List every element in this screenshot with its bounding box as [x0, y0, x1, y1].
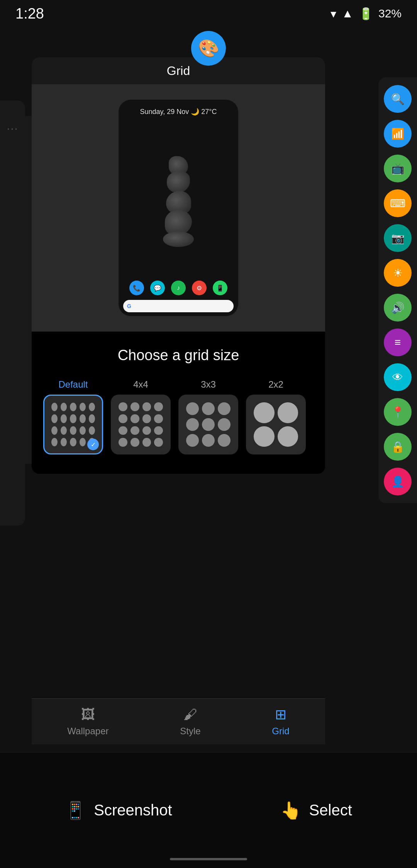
grid-dot	[61, 414, 67, 423]
grid-dot	[142, 402, 151, 411]
grid-dot	[131, 426, 139, 435]
grid-dot	[254, 426, 275, 447]
sidebar-icon-lock[interactable]: 🔒	[384, 433, 412, 461]
select-label: Select	[309, 802, 352, 819]
grid-dot	[154, 426, 163, 435]
phone-dock-icons: 📞 💬 ♪ ⚙ 📱	[119, 277, 238, 298]
grid-dot	[51, 438, 58, 446]
grid-dot	[142, 438, 151, 447]
screenshot-label: Screenshot	[94, 802, 172, 819]
grid-box-4x4[interactable]	[111, 395, 171, 454]
sidebar-icon-wifi[interactable]: 📶	[384, 120, 412, 148]
sculpture-piece-2	[167, 172, 190, 193]
sidebar-icon-location[interactable]: 📍	[384, 398, 412, 426]
bottom-taskbar: 📱 Screenshot 👆 Select	[0, 752, 417, 868]
grid-dot	[254, 402, 275, 423]
sidebar-icon-search[interactable]: 🔍	[384, 85, 412, 113]
sidebar-icon-screen[interactable]: 📺	[384, 155, 412, 182]
wallpaper-nav-icon: 🖼	[81, 706, 95, 723]
grid-dot	[89, 426, 95, 435]
grid-dot	[119, 426, 127, 435]
grid-dot	[70, 403, 76, 411]
grid-option-4x4-label: 4x4	[133, 379, 148, 390]
grid-dot	[80, 403, 86, 411]
battery-percent: 32%	[378, 7, 402, 20]
style-nav-icon: 🖌	[183, 706, 197, 723]
grid-dot	[202, 402, 215, 415]
screenshot-icon: 📱	[65, 800, 86, 820]
grid-dot	[70, 426, 76, 435]
grid-dot	[89, 403, 95, 411]
app-icon-container: 🎨	[191, 31, 226, 66]
sidebar-icon-user[interactable]: 👤	[384, 468, 412, 495]
grid-dot	[154, 438, 163, 447]
grid-dot	[51, 426, 58, 435]
app-icon-symbol: 🎨	[198, 38, 219, 58]
grid-dot	[218, 418, 231, 431]
dock-icon-chrome: ⚙	[192, 281, 207, 295]
grid-dot	[70, 414, 76, 423]
status-icons: ▾ ▲ 🔋 32%	[331, 7, 402, 20]
grid-dot	[119, 414, 127, 423]
home-indicator	[170, 858, 247, 860]
grid-option-2x2[interactable]: 2x2	[246, 379, 306, 454]
sidebar-icon-keyboard[interactable]: ⌨	[384, 189, 412, 217]
phone-preview-area: Sunday, 29 Nov 🌙 27°C 📞 💬 ♪ ⚙ 📱	[32, 84, 325, 332]
battery-icon: 🔋	[359, 7, 373, 20]
grid-dot	[278, 402, 298, 423]
grid-option-3x3[interactable]: 3x3	[178, 379, 238, 454]
grid-dot	[51, 403, 58, 411]
select-button[interactable]: 👆 Select	[280, 800, 352, 820]
grid-box-default[interactable]: ✓	[43, 395, 103, 454]
dock-icon-phone: 📞	[129, 281, 144, 295]
app-header: Grid	[32, 57, 325, 84]
grid-section: Choose a grid size Default	[32, 332, 325, 474]
signal-icon: ▲	[342, 7, 353, 20]
grid-option-4x4[interactable]: 4x4	[111, 379, 171, 454]
sidebar-icon-menu[interactable]: ≡	[384, 328, 412, 356]
grid-dot	[278, 426, 298, 447]
hint-dots: ⋮	[6, 124, 19, 133]
left-hint-strip: ⋮	[0, 100, 25, 526]
sidebar-icon-camera[interactable]: 📷	[384, 224, 412, 252]
grid-dot	[186, 418, 199, 431]
search-g-letter: G	[127, 303, 131, 309]
grid-dot	[119, 438, 127, 447]
screenshot-button[interactable]: 📱 Screenshot	[65, 800, 172, 820]
grid-title: Choose a grid size	[43, 347, 314, 364]
phone-date-weather: Sunday, 29 Nov 🌙 27°C	[119, 100, 238, 120]
grid-options: Default	[43, 379, 314, 454]
nav-item-wallpaper[interactable]: 🖼 Wallpaper	[67, 706, 108, 737]
grid-option-default[interactable]: Default	[43, 379, 103, 454]
grid-dot	[131, 402, 139, 411]
sidebar-icon-volume[interactable]: 🔊	[384, 294, 412, 322]
grid-dot	[131, 414, 139, 423]
grid-box-3x3[interactable]	[178, 395, 238, 454]
wifi-icon: ▾	[331, 7, 336, 20]
grid-nav-icon: ⊞	[275, 706, 286, 723]
phone-wallpaper-art	[119, 120, 238, 277]
grid-dot	[142, 414, 151, 423]
nav-item-style[interactable]: 🖌 Style	[180, 706, 200, 737]
grid-dot	[142, 426, 151, 435]
grid-box-2x2[interactable]	[246, 395, 306, 454]
grid-dot	[202, 418, 215, 431]
grid-dot	[61, 438, 67, 446]
wallpaper-nav-label: Wallpaper	[67, 726, 108, 737]
grid-dot	[218, 434, 231, 447]
grid-dot	[154, 402, 163, 411]
nav-item-grid[interactable]: ⊞ Grid	[272, 706, 289, 737]
status-bar: 1:28 ▾ ▲ 🔋 32%	[0, 0, 417, 27]
sidebar-icon-brightness[interactable]: ☀	[384, 259, 412, 287]
grid-dot	[131, 438, 139, 447]
right-sidebar: 🔍 📶 📺 ⌨ 📷 ☀ 🔊 ≡ 👁 📍 🔒 👤	[378, 77, 417, 503]
grid-dot	[186, 402, 199, 415]
dock-icon-whatsapp: 📱	[213, 281, 227, 295]
grid-dot	[89, 414, 95, 423]
grid-option-3x3-label: 3x3	[201, 379, 216, 390]
sidebar-icon-eye[interactable]: 👁	[384, 363, 412, 391]
grid-dot	[186, 434, 199, 447]
grid-nav-label: Grid	[272, 726, 289, 737]
grid-dot	[61, 426, 67, 435]
grid-dot	[61, 403, 67, 411]
